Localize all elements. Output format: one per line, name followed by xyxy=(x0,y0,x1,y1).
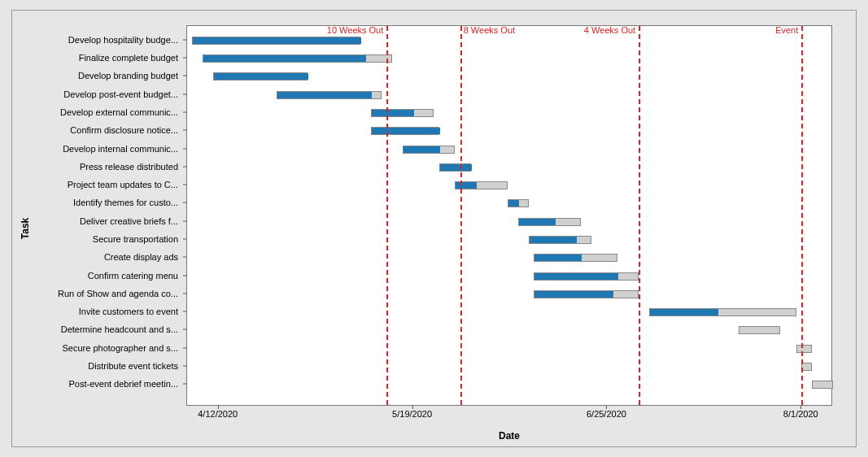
reference-line-label: Event xyxy=(775,25,798,35)
task-label: Press release distributed xyxy=(27,162,178,172)
task-label: Secure transportation xyxy=(27,234,178,244)
x-tick-label: 6/25/2020 xyxy=(587,409,626,419)
gantt-bar xyxy=(371,127,439,135)
x-tick-label: 8/1/2020 xyxy=(783,409,818,419)
task-label: Determine headcount and s... xyxy=(27,324,178,334)
gantt-bar xyxy=(534,254,617,262)
gantt-bar-progress xyxy=(277,92,372,98)
plot-area: 10 Weeks Out8 Weeks Out4 Weeks OutEvent xyxy=(186,25,832,406)
task-label: Distribute event tickets xyxy=(27,361,178,371)
gantt-bar-progress xyxy=(508,200,519,207)
task-label: Create display ads xyxy=(27,252,178,262)
x-tick-label: 4/12/2020 xyxy=(198,409,238,419)
gantt-bar-progress xyxy=(534,255,582,261)
gantt-bar-progress xyxy=(456,182,477,189)
gantt-bar-progress xyxy=(372,110,414,116)
gantt-bar xyxy=(455,181,508,189)
reference-line-label: 4 Weeks Out xyxy=(584,25,635,35)
task-label: Deliver creative briefs f... xyxy=(27,216,178,226)
gantt-bar-progress xyxy=(519,219,556,225)
gantt-bar xyxy=(203,54,391,63)
reference-line-label: 10 Weeks Out xyxy=(327,25,384,35)
gantt-bar-progress xyxy=(203,55,366,62)
task-label: Develop internal communic... xyxy=(27,144,178,154)
task-label: Develop post-event budget... xyxy=(27,89,178,99)
gantt-bar xyxy=(529,236,591,244)
task-label: Confirm catering menu xyxy=(27,271,178,281)
gantt-bar xyxy=(439,163,471,172)
task-label: Identify themes for custo... xyxy=(27,198,178,207)
gantt-bar xyxy=(508,199,529,207)
gantt-bar-progress xyxy=(214,73,308,80)
task-label: Secure photographer and s... xyxy=(27,343,178,353)
gantt-bar xyxy=(649,308,796,316)
gantt-bar-progress xyxy=(372,128,440,134)
gantt-bar-progress xyxy=(650,309,718,316)
gantt-bar xyxy=(534,272,639,281)
gantt-bar-progress xyxy=(530,237,577,243)
gantt-bar-progress xyxy=(534,273,618,280)
x-axis-title: Date xyxy=(186,430,832,442)
y-axis-labels: Develop hospitality budge...Finalize com… xyxy=(27,25,183,406)
reference-line-label: 8 Weeks Out xyxy=(464,25,515,35)
task-label: Run of Show and agenda co... xyxy=(27,289,178,298)
task-label: Develop branding budget xyxy=(27,71,178,81)
gantt-bar-progress xyxy=(403,146,440,153)
gantt-bar xyxy=(192,37,360,45)
x-axis-labels: 4/12/20205/19/20206/25/20208/1/2020 xyxy=(186,409,832,424)
task-label: Invite customers to event xyxy=(27,307,178,316)
task-label: Project team updates to C... xyxy=(27,180,178,189)
gantt-bar xyxy=(371,109,434,117)
task-label: Post-event debrief meetin... xyxy=(27,379,178,389)
gantt-bar xyxy=(534,290,639,298)
task-label: Develop external communic... xyxy=(27,107,178,117)
task-label: Develop hospitality budge... xyxy=(27,35,178,45)
reference-line xyxy=(386,26,388,405)
gantt-bar-progress xyxy=(534,291,613,298)
gantt-bar-progress xyxy=(193,37,361,44)
gantt-bar xyxy=(796,345,812,353)
x-tick-label: 5/19/2020 xyxy=(392,409,432,419)
gantt-chart: Task Develop hospitality budge...Finaliz… xyxy=(11,10,857,447)
reference-line xyxy=(801,26,803,405)
task-label: Confirm disclosure notice... xyxy=(27,125,178,135)
gantt-bar-progress xyxy=(440,164,472,171)
gantt-bar xyxy=(277,91,382,99)
reference-line xyxy=(639,26,640,405)
gantt-bar xyxy=(403,146,456,154)
gantt-bar xyxy=(518,218,581,226)
reference-line xyxy=(460,26,462,405)
task-label: Finalize complete budget xyxy=(27,53,178,63)
gantt-bar xyxy=(739,326,781,334)
gantt-bar xyxy=(213,72,308,81)
gantt-bar xyxy=(812,381,833,389)
